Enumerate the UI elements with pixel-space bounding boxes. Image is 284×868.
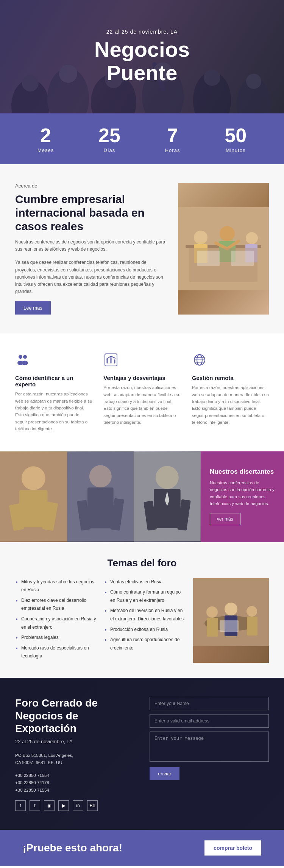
forum-lists: Mitos y leyendas sobre los negocios en R… — [15, 578, 186, 663]
svg-rect-41 — [19, 490, 48, 527]
days-number: 25 — [98, 124, 120, 147]
forum-title: Temas del foro — [15, 557, 269, 569]
countdown-minutes: 50 Minutos — [225, 124, 247, 153]
instagram-icon[interactable]: ◉ — [44, 800, 55, 811]
svg-rect-58 — [207, 618, 218, 637]
contact-section: Foro Cerrado de Negocios de Exportación … — [0, 678, 284, 830]
svg-point-15 — [194, 231, 208, 244]
forum-list-item: Mercado de inversión en Rusia y en el ex… — [110, 607, 186, 623]
twitter-icon[interactable]: 𝕥 — [30, 800, 40, 811]
feature-body-3: Por esta razón, nuestras aplicaciones we… — [192, 384, 269, 426]
about-read-more-button[interactable]: Lee mas — [15, 301, 51, 315]
svg-point-50 — [156, 466, 179, 489]
chart-icon — [103, 352, 180, 370]
speakers-section: Nuestros disertantes Nuestras conferenci… — [0, 451, 284, 542]
contact-message-input[interactable] — [150, 732, 269, 762]
forum-list-item: Diez errores clave del desarrollo empres… — [21, 597, 97, 613]
contact-email-input[interactable] — [150, 714, 269, 728]
speakers-cta-body: Nuestras conferencias de negocios son la… — [210, 479, 275, 507]
svg-point-29 — [22, 361, 28, 365]
svg-point-26 — [19, 355, 22, 359]
forum-content: Mitos y leyendas sobre los negocios en R… — [15, 578, 269, 663]
contact-form: enviar — [150, 697, 269, 811]
svg-rect-24 — [197, 251, 220, 266]
speakers-view-more-button[interactable]: ver más — [210, 513, 240, 525]
contact-info: Foro Cerrado de Negocios de Exportación … — [15, 697, 134, 811]
about-label: Acerca de — [15, 183, 167, 189]
speaker-photo-2 — [67, 451, 134, 542]
forum-list-item: Producción exitosa en Rusia — [110, 626, 186, 634]
about-image — [178, 183, 269, 315]
contact-name-input[interactable] — [150, 697, 269, 710]
contact-date: 22 al 25 de noviembre, LA — [15, 739, 134, 744]
behance-icon[interactable]: Bé — [87, 800, 98, 811]
globe-icon — [192, 352, 269, 370]
svg-point-8 — [59, 65, 77, 83]
hero-section: 22 al 25 de noviembre, LA Negocios Puent… — [0, 0, 284, 113]
people-icon — [15, 352, 92, 370]
contact-title: Foro Cerrado de Negocios de Exportación — [15, 697, 134, 735]
forum-list-2: Ventas efectivas en Rusia Cómo contratar… — [104, 578, 186, 663]
feature-title-2: Ventajas y desventajas — [103, 375, 180, 381]
feature-title-3: Gestión remota — [192, 375, 269, 381]
feature-title-1: Cómo identificar a un experto — [15, 375, 92, 388]
forum-list-item: Cooperación y asociación en Rusia y en e… — [21, 615, 97, 631]
minutes-label: Minutos — [226, 147, 246, 153]
social-icons: f 𝕥 ◉ ▶ in Bé — [15, 800, 134, 811]
hero-title: Negocios Puente — [94, 38, 190, 84]
forum-list-1: Mitos y leyendas sobre los negocios en R… — [15, 578, 97, 663]
months-number: 2 — [37, 124, 54, 147]
about-body2: Ya sea que desee realizar conferencias t… — [15, 259, 167, 295]
contact-submit-button[interactable]: enviar — [150, 767, 179, 780]
speakers-cta: Nuestros disertantes Nuestras conferenci… — [201, 451, 284, 542]
hero-content: 22 al 25 de noviembre, LA Negocios Puent… — [94, 29, 190, 84]
svg-point-57 — [206, 606, 218, 618]
hours-number: 7 — [165, 124, 180, 147]
feature-pros-cons: Ventajas y desventajas Por esta razón, n… — [103, 352, 180, 432]
hours-label: Horas — [165, 147, 180, 153]
minutes-number: 50 — [225, 124, 247, 147]
brands-section: KLASSCO Riviana Target American Heart As… — [0, 866, 284, 868]
months-label: Meses — [37, 147, 54, 153]
svg-rect-62 — [247, 617, 257, 636]
facebook-icon[interactable]: f — [15, 800, 26, 811]
forum-list-item: Agricultura rusa: oportunidades de creci… — [110, 636, 186, 652]
linkedin-icon[interactable]: in — [73, 800, 83, 811]
forum-list-item: Cómo contratar y formar un equipo en Rus… — [110, 588, 186, 604]
speakers-cta-title: Nuestros disertantes — [210, 468, 275, 476]
svg-point-61 — [247, 606, 257, 617]
cta-text: ¡Pruebe esto ahora! — [23, 842, 122, 854]
forum-list-item: Ventas efectivas en Rusia — [110, 578, 186, 586]
about-section: Acerca de Cumbre empresarial internacion… — [0, 164, 284, 333]
contact-address: PO Box 515381, Los Angeles, CA 90051-668… — [15, 752, 134, 767]
about-body1: Nuestras conferencias de negocios son la… — [15, 239, 167, 253]
svg-point-59 — [225, 603, 237, 615]
about-text: Acerca de Cumbre empresarial internacion… — [15, 183, 167, 315]
svg-rect-46 — [87, 487, 114, 528]
svg-point-17 — [220, 226, 235, 241]
svg-point-19 — [246, 232, 258, 244]
svg-point-11 — [204, 69, 220, 86]
svg-point-45 — [89, 465, 112, 487]
forum-list-item: Problemas legales — [21, 634, 97, 642]
about-title: Cumbre empresarial internacional basada … — [15, 192, 167, 233]
cta-banner: ¡Pruebe esto ahora! comprar boleto — [0, 830, 284, 866]
countdown-hours: 7 Horas — [165, 124, 180, 153]
countdown-days: 25 Días — [98, 124, 120, 153]
forum-section: Temas del foro Mitos y leyendas sobre lo… — [0, 542, 284, 678]
days-label: Días — [104, 147, 115, 153]
svg-point-40 — [22, 466, 45, 490]
svg-point-7 — [22, 75, 39, 91]
feature-identify: Cómo identificar a un experto Por esta r… — [15, 352, 92, 432]
contact-phones: +30 22850 71554 +30 22850 74178 +30 2285… — [15, 772, 134, 794]
svg-point-27 — [23, 355, 27, 359]
svg-rect-63 — [220, 620, 239, 632]
youtube-icon[interactable]: ▶ — [58, 800, 69, 811]
feature-remote: Gestión remota Por esta razón, nuestras … — [192, 352, 269, 432]
svg-point-12 — [246, 74, 261, 89]
hero-date: 22 al 25 de noviembre, LA — [94, 29, 190, 35]
buy-ticket-button[interactable]: comprar boleto — [204, 840, 261, 856]
features-section: Cómo identificar a un experto Por esta r… — [0, 333, 284, 451]
feature-body-1: Por esta razón, nuestras aplicaciones we… — [15, 391, 92, 432]
speaker-photo-3 — [134, 451, 201, 542]
